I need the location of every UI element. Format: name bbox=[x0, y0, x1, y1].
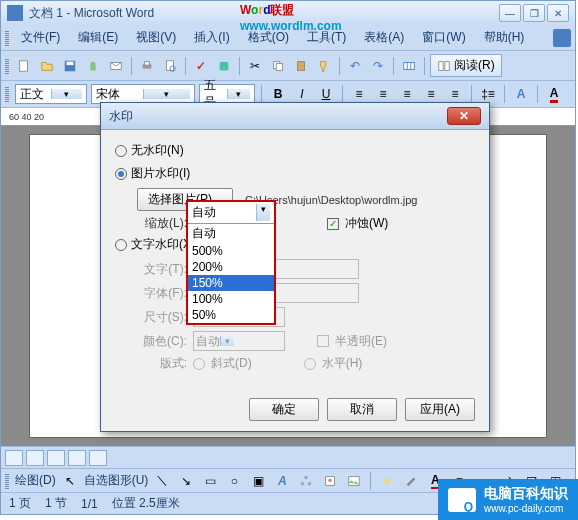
draw-menu[interactable]: 绘图(D) bbox=[15, 472, 56, 489]
maximize-button[interactable]: ❐ bbox=[523, 4, 545, 22]
site-logo: Word联盟 www.wordlm.com bbox=[240, 2, 342, 33]
scale-option-highlighted[interactable]: 150% bbox=[188, 275, 274, 291]
menu-edit[interactable]: 编辑(E) bbox=[70, 27, 126, 48]
align-right-icon[interactable]: ≡ bbox=[397, 84, 417, 104]
line-shape-icon[interactable]: ＼ bbox=[152, 471, 172, 491]
scale-option[interactable]: 自动 bbox=[188, 224, 274, 243]
radio-picture-watermark[interactable] bbox=[115, 168, 127, 180]
rectangle-shape-icon[interactable]: ▭ bbox=[200, 471, 220, 491]
label-no-watermark: 无水印(N) bbox=[131, 142, 184, 159]
normal-view-icon[interactable] bbox=[5, 450, 23, 466]
cut-icon[interactable]: ✂ bbox=[245, 56, 265, 76]
line-color-icon[interactable] bbox=[401, 471, 421, 491]
label-scale: 缩放(L): bbox=[137, 215, 187, 232]
format-painter-icon[interactable] bbox=[314, 56, 334, 76]
autoshapes-menu[interactable]: 自选图形(U) bbox=[84, 472, 149, 489]
align-left-icon[interactable]: ≡ bbox=[349, 84, 369, 104]
size-combo[interactable]: 五号▾ bbox=[199, 84, 255, 104]
preview-icon[interactable] bbox=[160, 56, 180, 76]
dialog-titlebar[interactable]: 水印 ✕ bbox=[101, 103, 489, 130]
close-button[interactable]: ✕ bbox=[547, 4, 569, 22]
style-combo[interactable]: 正文▾ bbox=[15, 84, 87, 104]
toolbar-handle[interactable] bbox=[5, 86, 9, 102]
redo-icon[interactable]: ↷ bbox=[368, 56, 388, 76]
table-insert-icon[interactable] bbox=[399, 56, 419, 76]
underline-icon[interactable]: U bbox=[316, 84, 336, 104]
scale-dropdown-selected[interactable]: 自动▾ bbox=[188, 202, 274, 224]
radio-diagonal bbox=[193, 358, 205, 370]
menu-view[interactable]: 视图(V) bbox=[128, 27, 184, 48]
print-icon[interactable] bbox=[137, 56, 157, 76]
ok-button[interactable]: 确定 bbox=[249, 398, 319, 421]
help-icon[interactable] bbox=[553, 29, 571, 47]
site-url: www.pc-daily.com bbox=[484, 503, 568, 514]
svg-rect-18 bbox=[445, 61, 449, 70]
paste-icon[interactable] bbox=[291, 56, 311, 76]
clipart-icon[interactable] bbox=[320, 471, 340, 491]
spelling-icon[interactable]: ✓ bbox=[191, 56, 211, 76]
oval-shape-icon[interactable]: ○ bbox=[224, 471, 244, 491]
justify-icon[interactable]: ≡ bbox=[421, 84, 441, 104]
cancel-button[interactable]: 取消 bbox=[327, 398, 397, 421]
font-color-icon[interactable]: A bbox=[544, 84, 564, 104]
web-view-icon[interactable] bbox=[26, 450, 44, 466]
mail-icon[interactable] bbox=[106, 56, 126, 76]
dialog-title: 水印 bbox=[109, 108, 447, 125]
align-center-icon[interactable]: ≡ bbox=[373, 84, 393, 104]
menu-window[interactable]: 窗口(W) bbox=[414, 27, 473, 48]
svg-point-23 bbox=[329, 478, 333, 482]
toolbar-handle[interactable] bbox=[5, 58, 9, 74]
label-size: 尺寸(S): bbox=[137, 309, 187, 326]
label-diagonal: 斜式(D) bbox=[211, 355, 252, 372]
status-pages: 1/1 bbox=[81, 497, 98, 511]
select-arrow-icon[interactable]: ↖ bbox=[60, 471, 80, 491]
line-spacing-icon[interactable]: ‡≡ bbox=[478, 84, 498, 104]
permission-icon[interactable] bbox=[83, 56, 103, 76]
svg-rect-13 bbox=[298, 61, 305, 70]
scale-option[interactable]: 100% bbox=[188, 291, 274, 307]
toolbar-handle[interactable] bbox=[5, 473, 9, 489]
svg-rect-17 bbox=[439, 61, 443, 70]
scale-option[interactable]: 500% bbox=[188, 243, 274, 259]
view-bar bbox=[1, 446, 575, 468]
scale-dropdown[interactable]: 自动▾ 自动 500% 200% 150% 100% 50% bbox=[186, 200, 276, 325]
dialog-close-button[interactable]: ✕ bbox=[447, 107, 481, 125]
toolbar-handle[interactable] bbox=[5, 30, 9, 46]
print-view-icon[interactable] bbox=[47, 450, 65, 466]
new-icon[interactable] bbox=[14, 56, 34, 76]
distribute-icon[interactable]: ≡ bbox=[445, 84, 465, 104]
read-button[interactable]: 阅读(R) bbox=[430, 54, 502, 77]
char-scale-icon[interactable]: A bbox=[511, 84, 531, 104]
italic-icon[interactable]: I bbox=[292, 84, 312, 104]
font-combo[interactable]: 宋体▾ bbox=[91, 84, 195, 104]
menu-file[interactable]: 文件(F) bbox=[13, 27, 68, 48]
svg-point-21 bbox=[308, 481, 312, 485]
scale-option[interactable]: 200% bbox=[188, 259, 274, 275]
fill-color-icon[interactable] bbox=[377, 471, 397, 491]
menu-help[interactable]: 帮助(H) bbox=[476, 27, 533, 48]
bold-icon[interactable]: B bbox=[268, 84, 288, 104]
svg-rect-2 bbox=[67, 61, 74, 65]
label-picture-watermark: 图片水印(I) bbox=[131, 165, 190, 182]
site-name: 电脑百科知识 bbox=[484, 485, 568, 503]
minimize-button[interactable]: — bbox=[499, 4, 521, 22]
open-icon[interactable] bbox=[37, 56, 57, 76]
undo-icon[interactable]: ↶ bbox=[345, 56, 365, 76]
checkbox-washout[interactable] bbox=[327, 218, 339, 230]
save-icon[interactable] bbox=[60, 56, 80, 76]
radio-no-watermark[interactable] bbox=[115, 145, 127, 157]
outline-view-icon[interactable] bbox=[68, 450, 86, 466]
textbox-icon[interactable]: ▣ bbox=[248, 471, 268, 491]
menu-insert[interactable]: 插入(I) bbox=[186, 27, 237, 48]
scale-option[interactable]: 50% bbox=[188, 307, 274, 323]
picture-icon[interactable] bbox=[344, 471, 364, 491]
reading-view-icon[interactable] bbox=[89, 450, 107, 466]
apply-button[interactable]: 应用(A) bbox=[405, 398, 475, 421]
research-icon[interactable] bbox=[214, 56, 234, 76]
diagram-icon[interactable] bbox=[296, 471, 316, 491]
wordart-icon[interactable]: A bbox=[272, 471, 292, 491]
arrow-shape-icon[interactable]: ↘ bbox=[176, 471, 196, 491]
menu-table[interactable]: 表格(A) bbox=[356, 27, 412, 48]
copy-icon[interactable] bbox=[268, 56, 288, 76]
radio-text-watermark[interactable] bbox=[115, 239, 127, 251]
